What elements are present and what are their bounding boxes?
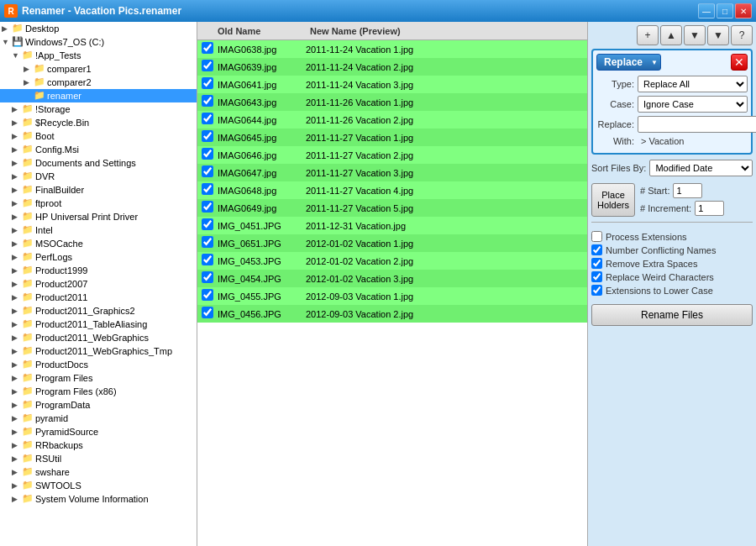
tree-item[interactable]: ▶📁SWTOOLS: [0, 479, 197, 492]
tree-item[interactable]: ▶📁Product1999: [0, 264, 197, 277]
tree-item[interactable]: ▶📁Product2011_WebGraphics_Tmp: [0, 344, 197, 358]
help-button[interactable]: ?: [731, 25, 753, 45]
table-row[interactable]: IMAG0643.jpg2011-11-26 Vacation 1.jpg: [197, 93, 587, 111]
file-checkbox[interactable]: [201, 236, 214, 248]
tree-item[interactable]: ▶📁Product2011: [0, 291, 197, 304]
file-checkbox[interactable]: [201, 148, 214, 160]
checkbox-row[interactable]: Remove Extra Spaces: [591, 258, 753, 269]
tree-item[interactable]: ▶📁Documents and Settings: [0, 156, 197, 170]
tree-item[interactable]: ▶📁Program Files (x86): [0, 385, 197, 398]
file-checkbox[interactable]: [201, 60, 214, 71]
table-row[interactable]: IMAG0648.jpg2011-11-27 Vacation 4.jpg: [197, 181, 587, 199]
checkbox-row[interactable]: Extensions to Lower Case: [591, 285, 753, 296]
file-checkbox[interactable]: [201, 183, 214, 195]
replace-type-dropdown[interactable]: Replace: [596, 54, 661, 71]
tree-item[interactable]: ▶📁MSOCache: [0, 237, 197, 250]
option-checkbox[interactable]: [591, 271, 602, 282]
checkbox-row[interactable]: Number Conflicting Names: [591, 244, 753, 255]
tree-item[interactable]: ▼💾Windows7_OS (C:): [0, 35, 197, 49]
replace-title-wrapper[interactable]: Replace: [596, 54, 661, 71]
file-checkbox[interactable]: [201, 254, 214, 265]
tree-item[interactable]: ▶📁Product2011_TableAliasing: [0, 318, 197, 331]
tree-item[interactable]: ▶📁Desktop: [0, 22, 197, 35]
table-row[interactable]: IMG_0451.JPG2011-12-31 Vacation.jpg: [197, 217, 587, 234]
option-checkbox[interactable]: [591, 231, 602, 242]
tree-item[interactable]: ▶📁pyramid: [0, 412, 197, 425]
tree-item[interactable]: ▶📁comparer1: [0, 62, 197, 76]
tree-item[interactable]: ▶📁Program Files: [0, 371, 197, 385]
tree-item[interactable]: ▶📁ftproot: [0, 197, 197, 210]
tree-item[interactable]: ▶📁RRbackups: [0, 438, 197, 452]
tree-item[interactable]: 📁renamer: [0, 89, 197, 102]
maximize-button[interactable]: □: [717, 3, 733, 18]
table-row[interactable]: IMAG0638.jpg2011-11-24 Vacation 1.jpg: [197, 40, 587, 58]
rename-files-button[interactable]: Rename Files: [591, 304, 753, 326]
tree-item[interactable]: ▼📁!App_Tests: [0, 49, 197, 62]
tree-item[interactable]: ▶📁ProductDocs: [0, 358, 197, 371]
table-row[interactable]: IMG_0454.JPG2012-01-02 Vacation 3.jpg: [197, 270, 587, 287]
tree-item[interactable]: ▶📁DVR: [0, 170, 197, 183]
file-checkbox[interactable]: [201, 201, 214, 213]
more-button[interactable]: ▼: [707, 25, 729, 45]
sort-select[interactable]: Modified Date Created Date File Name Fil…: [649, 160, 753, 176]
tree-item[interactable]: ▶📁HP Universal Print Driver: [0, 210, 197, 223]
move-down-button[interactable]: ▼: [684, 25, 706, 45]
increment-input[interactable]: [695, 201, 724, 216]
file-checkbox[interactable]: [201, 95, 214, 107]
table-row[interactable]: IMAG0641.jpg2011-11-24 Vacation 3.jpg: [197, 76, 587, 93]
file-checkbox[interactable]: [201, 307, 214, 318]
file-checkbox[interactable]: [201, 113, 214, 124]
place-holders-button[interactable]: PlaceHolders: [591, 183, 635, 217]
file-checkbox[interactable]: [201, 77, 214, 89]
file-checkbox[interactable]: [201, 289, 214, 301]
tree-item[interactable]: ▶📁!Storage: [0, 102, 197, 116]
file-checkbox[interactable]: [201, 165, 214, 177]
start-input[interactable]: [673, 183, 702, 198]
tree-item[interactable]: ▶📁comparer2: [0, 76, 197, 89]
table-row[interactable]: IMG_0455.JPG2012-09-03 Vacation 1.jpg: [197, 287, 587, 305]
add-rule-button[interactable]: +: [637, 25, 659, 45]
table-row[interactable]: IMAG0646.jpg2011-11-27 Vacation 2.jpg: [197, 146, 587, 164]
file-list[interactable]: IMAG0638.jpg2011-11-24 Vacation 1.jpgIMA…: [197, 40, 587, 546]
file-tree-panel[interactable]: ▶📁Desktop▼💾Windows7_OS (C:)▼📁!App_Tests▶…: [0, 22, 197, 546]
file-checkbox[interactable]: [201, 218, 214, 230]
option-checkbox[interactable]: [591, 244, 602, 255]
tree-item[interactable]: ▶📁ProgramData: [0, 398, 197, 412]
table-row[interactable]: IMAG0639.jpg2011-11-24 Vacation 2.jpg: [197, 58, 587, 76]
file-checkbox[interactable]: [201, 271, 214, 283]
tree-item[interactable]: ▶📁Config.Msi: [0, 143, 197, 156]
tree-item-label: !App_Tests: [35, 50, 81, 60]
tree-item[interactable]: ▶📁swshare: [0, 465, 197, 479]
table-row[interactable]: IMAG0649.jpg2011-11-27 Vacation 5.jpg: [197, 199, 587, 217]
tree-item[interactable]: ▶📁PerfLogs: [0, 250, 197, 264]
tree-item[interactable]: ▶📁Product2011_Graphics2: [0, 304, 197, 318]
tree-item[interactable]: ▶📁$Recycle.Bin: [0, 116, 197, 129]
type-select[interactable]: Replace All Replace First: [638, 76, 748, 92]
tree-item[interactable]: ▶📁FinalBuilder: [0, 183, 197, 197]
table-row[interactable]: IMG_0453.JPG2012-01-02 Vacation 2.jpg: [197, 252, 587, 270]
tree-item[interactable]: ▶📁Boot: [0, 129, 197, 143]
file-checkbox[interactable]: [201, 130, 214, 142]
replace-input[interactable]: [638, 116, 756, 133]
tree-item[interactable]: ▶📁PyramidSource: [0, 425, 197, 438]
table-row[interactable]: IMAG0645.jpg2011-11-27 Vacation 1.jpg: [197, 129, 587, 146]
tree-item[interactable]: ▶📁System Volume Information: [0, 492, 197, 506]
table-row[interactable]: IMAG0647.jpg2011-11-27 Vacation 3.jpg: [197, 164, 587, 181]
option-checkbox[interactable]: [591, 285, 602, 296]
option-checkbox[interactable]: [591, 258, 602, 269]
move-up-button[interactable]: ▲: [660, 25, 682, 45]
tree-item[interactable]: ▶📁Intel: [0, 223, 197, 237]
case-select[interactable]: Ignore Case Match Case: [638, 96, 748, 113]
table-row[interactable]: IMG_0651.JPG2012-01-02 Vacation 1.jpg: [197, 234, 587, 252]
replace-close-button[interactable]: ✕: [731, 54, 748, 71]
close-button[interactable]: ✕: [735, 3, 752, 18]
file-checkbox[interactable]: [201, 42, 214, 54]
table-row[interactable]: IMAG0644.jpg2011-11-26 Vacation 2.jpg: [197, 111, 587, 129]
tree-item[interactable]: ▶📁Product2007: [0, 277, 197, 291]
table-row[interactable]: IMG_0456.JPG2012-09-03 Vacation 2.jpg: [197, 305, 587, 323]
minimize-button[interactable]: —: [698, 3, 715, 18]
tree-item[interactable]: ▶📁RSUtil: [0, 452, 197, 465]
tree-item[interactable]: ▶📁Product2011_WebGraphics: [0, 331, 197, 344]
checkbox-row[interactable]: Process Extensions: [591, 231, 753, 242]
checkbox-row[interactable]: Replace Weird Characters: [591, 271, 753, 282]
